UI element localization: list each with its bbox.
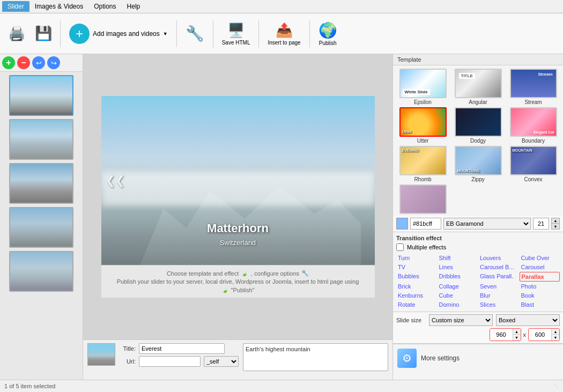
effect-bubbles[interactable]: Bubbles bbox=[396, 272, 437, 282]
template-more-1-thumb bbox=[399, 184, 447, 214]
instruction-line-2: Publish your slider to your server, loca… bbox=[108, 278, 368, 285]
template-more-1[interactable] bbox=[396, 184, 449, 214]
effect-rotate[interactable]: Rotate bbox=[396, 300, 437, 309]
effect-carousel[interactable]: Carousel bbox=[520, 263, 560, 271]
add-dropdown-icon: ▼ bbox=[163, 31, 168, 36]
template-section-title: Template bbox=[393, 54, 563, 65]
slide-size-label: Slide size bbox=[396, 317, 426, 323]
slide-title-text: Matterhorn bbox=[207, 221, 269, 235]
font-size-input[interactable] bbox=[533, 218, 549, 230]
menu-images[interactable]: Images & Videos bbox=[29, 1, 89, 12]
wrench-icon-2: 🔧 bbox=[301, 270, 309, 277]
template-stream-label: Stream bbox=[524, 99, 542, 105]
add-images-button[interactable]: + Add images and videos ▼ bbox=[65, 21, 172, 46]
save-disk-icon: 💾 bbox=[35, 25, 52, 42]
slide-height-input[interactable] bbox=[529, 329, 551, 341]
slide-thumb-2[interactable] bbox=[9, 119, 73, 160]
slide-size-preset[interactable]: Custom size 800x600 1024x768 bbox=[429, 314, 493, 326]
slide-thumb-5[interactable] bbox=[9, 251, 73, 292]
color-value-input[interactable] bbox=[410, 218, 441, 230]
effect-louvers[interactable]: Louvers bbox=[478, 254, 519, 262]
instructions-area: Choose template and effect 🍃 , configure… bbox=[101, 265, 375, 298]
slide-thumb-3[interactable] bbox=[9, 163, 73, 204]
effect-collage[interactable]: Collage bbox=[438, 282, 478, 291]
settings-button[interactable]: 🔧 bbox=[181, 23, 209, 45]
comma-space: , bbox=[250, 270, 252, 277]
template-dodgy[interactable]: Dodgy bbox=[451, 107, 505, 144]
template-zippy[interactable]: MOUNTAINS Zippy bbox=[451, 146, 505, 182]
effect-brick[interactable]: Brick bbox=[396, 282, 437, 291]
menu-slider[interactable]: Slider bbox=[2, 1, 29, 12]
color-swatch[interactable] bbox=[396, 218, 408, 230]
template-angular[interactable]: TITLE Angular bbox=[451, 69, 505, 105]
template-section: Template White Slide Epsilon TITLE Angul… bbox=[393, 54, 563, 216]
effect-kenburns[interactable]: Kenburns bbox=[396, 291, 437, 300]
effect-shift[interactable]: Shift bbox=[438, 254, 478, 262]
font-size-up[interactable]: ▲ bbox=[551, 218, 560, 224]
slide-size-type[interactable]: Boxed Full width bbox=[496, 314, 560, 326]
prev-arrow[interactable]: ❮❮ bbox=[106, 174, 125, 188]
url-target-select[interactable]: _self _blank bbox=[204, 356, 239, 367]
template-zippy-thumb: MOUNTAINS bbox=[455, 146, 502, 175]
height-down[interactable]: ▼ bbox=[552, 335, 559, 341]
height-up[interactable]: ▲ bbox=[552, 329, 559, 335]
template-convex[interactable]: MOUNTAIN Convex bbox=[507, 146, 560, 182]
effect-book[interactable]: Book bbox=[520, 291, 560, 300]
undo-button[interactable]: ↩ bbox=[32, 56, 45, 69]
publish-button[interactable]: 🌍 Publish bbox=[314, 19, 342, 48]
print-button[interactable]: 🖨️ bbox=[4, 23, 29, 44]
template-stream[interactable]: Stream Stream bbox=[507, 69, 560, 105]
insert-page-button[interactable]: 📤 Insert to page bbox=[263, 20, 305, 48]
menu-help[interactable]: Help bbox=[122, 1, 146, 12]
transition-title: Transition effect bbox=[396, 235, 560, 241]
remove-slide-button[interactable]: − bbox=[17, 56, 30, 69]
effect-blast[interactable]: Blast bbox=[520, 300, 560, 309]
multiple-effects-checkbox[interactable] bbox=[396, 243, 404, 251]
slide-list bbox=[0, 72, 83, 380]
slide-thumb-1[interactable] bbox=[9, 75, 73, 116]
add-circle-icon: + bbox=[69, 24, 90, 44]
more-settings-button[interactable]: ⚙ More settings bbox=[393, 344, 563, 372]
template-stream-thumb: Stream bbox=[510, 69, 557, 98]
save-disk-button[interactable]: 💾 bbox=[31, 23, 56, 44]
effect-glassparall[interactable]: Glass Parall. bbox=[478, 272, 519, 282]
font-select[interactable]: EB Garamond Arial Times New Roman bbox=[443, 218, 531, 230]
effect-cubeover[interactable]: Cube Over bbox=[520, 254, 560, 262]
template-zippy-label: Zippy bbox=[471, 176, 484, 182]
description-area: Earth's highest mountain bbox=[243, 343, 388, 371]
resize-handle[interactable]: ⋱ bbox=[553, 383, 559, 389]
effect-dribbles[interactable]: Dribbles bbox=[438, 272, 478, 282]
effect-parallax[interactable]: Parallax bbox=[520, 272, 560, 282]
save-html-button[interactable]: 🖥️ Save HTML bbox=[218, 20, 255, 48]
effect-turn[interactable]: Turn bbox=[396, 254, 437, 262]
slide-width-input[interactable] bbox=[490, 329, 513, 341]
template-dodgy-thumb bbox=[455, 107, 502, 137]
redo-button[interactable]: ↪ bbox=[47, 56, 60, 69]
template-rhomb[interactable]: EVENING Rhomb bbox=[396, 146, 449, 182]
url-input[interactable] bbox=[139, 356, 201, 367]
template-epsilon[interactable]: White Slide Epsilon bbox=[396, 69, 449, 105]
effect-photo[interactable]: Photo bbox=[520, 282, 560, 291]
width-up[interactable]: ▲ bbox=[513, 329, 521, 335]
print-icon: 🖨️ bbox=[8, 25, 25, 42]
effect-domino[interactable]: Domino bbox=[438, 300, 478, 309]
slide-size-row: Slide size Custom size 800x600 1024x768 … bbox=[396, 314, 560, 326]
width-down[interactable]: ▼ bbox=[513, 335, 521, 341]
effect-tv[interactable]: TV bbox=[396, 263, 437, 271]
slide-thumb-4[interactable] bbox=[9, 207, 73, 248]
effect-slices[interactable]: Slices bbox=[478, 300, 519, 309]
font-size-down[interactable]: ▼ bbox=[551, 224, 560, 230]
effect-lines[interactable]: Lines bbox=[438, 263, 478, 271]
menu-options[interactable]: Options bbox=[88, 1, 121, 12]
template-boundary[interactable]: Elegant Cat Boundary bbox=[507, 107, 560, 144]
canvas-area: Matterhorn Switzerland ❮❮ Choose templat… bbox=[83, 54, 392, 339]
effect-seven[interactable]: Seven bbox=[478, 282, 519, 291]
title-input[interactable] bbox=[139, 343, 225, 354]
effect-blur[interactable]: Blur bbox=[478, 291, 519, 300]
slide-subtitle-text: Switzerland bbox=[220, 239, 256, 247]
add-slide-button[interactable]: + bbox=[2, 56, 15, 69]
template-utter[interactable]: Utter Utter bbox=[396, 107, 449, 144]
toolbar-separator-4 bbox=[258, 20, 259, 47]
effect-cube[interactable]: Cube bbox=[438, 291, 478, 300]
effect-carouselb[interactable]: Carousel B... bbox=[478, 263, 519, 271]
